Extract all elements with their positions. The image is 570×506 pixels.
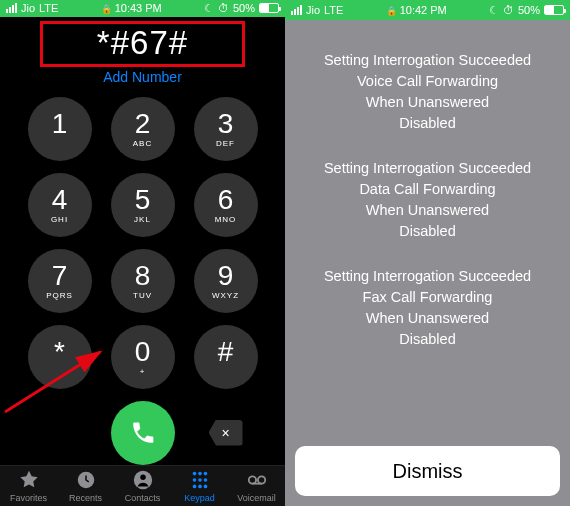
key-digit: 7 [52,262,68,290]
alert-line: Voice Call Forwarding [324,71,531,92]
tab-voicemail[interactable]: Voicemail [228,469,285,503]
key-4[interactable]: 4GHI [28,173,92,237]
key-digit: 9 [218,262,234,290]
alarm-icon: ⏱ [503,4,514,16]
key-star[interactable]: * [28,325,92,389]
svg-point-12 [203,484,207,488]
backspace-button[interactable]: × [206,413,246,453]
key-letters: DEF [216,139,235,148]
key-2[interactable]: 2ABC [111,97,175,161]
clock-label: 10:43 PM [115,2,162,14]
alert-line: Disabled [324,329,531,350]
key-letters: JKL [134,215,151,224]
tab-label: Recents [69,493,102,503]
svg-point-14 [257,476,264,483]
key-0[interactable]: 0+ [111,325,175,389]
tab-label: Favorites [10,493,47,503]
clock-label: 10:42 PM [400,4,447,16]
phone-icon [129,419,157,447]
alert-line: When Unanswered [324,92,531,113]
keypad: 1 2ABC 3DEF 4GHI 5JKL 6MNO 7PQRS 8TUV 9W… [0,85,285,389]
tab-label: Keypad [184,493,215,503]
alert-line: Setting Interrogation Succeeded [324,158,531,179]
svg-point-9 [203,478,207,482]
key-letters: TUV [133,291,152,300]
status-time: 🔒 10:42 PM [386,4,447,16]
phone-dialer-screen: Jio LTE 🔒 10:43 PM ☾ ⏱ 50% *#67# Add Num… [0,0,285,506]
tab-contacts[interactable]: Contacts [114,469,171,503]
voicemail-icon [246,469,268,491]
svg-point-7 [192,478,196,482]
signal-icon [291,5,302,15]
tab-label: Contacts [125,493,161,503]
svg-point-10 [192,484,196,488]
carrier-label: Jio [21,2,35,14]
key-3[interactable]: 3DEF [194,97,258,161]
lock-icon: 🔒 [386,6,397,16]
battery-pct: 50% [518,4,540,16]
network-label: LTE [39,2,58,14]
moon-icon: ☾ [204,2,214,15]
dialed-number: *#67# [43,24,242,62]
key-5[interactable]: 5JKL [111,173,175,237]
key-hash[interactable]: # [194,325,258,389]
battery-pct: 50% [233,2,255,14]
moon-icon: ☾ [489,4,499,17]
alert-line: Setting Interrogation Succeeded [324,266,531,287]
status-time: 🔒 10:43 PM [101,2,162,14]
status-bar: Jio LTE 🔒 10:43 PM ☾ ⏱ 50% [0,0,285,17]
tab-recents[interactable]: Recents [57,469,114,503]
alert-line: Setting Interrogation Succeeded [324,50,531,71]
key-7[interactable]: 7PQRS [28,249,92,313]
status-bar: Jio LTE 🔒 10:42 PM ☾ ⏱ 50% [285,0,570,20]
tab-label: Voicemail [237,493,276,503]
key-digit: 4 [52,186,68,214]
key-digit: 6 [218,186,234,214]
call-row: × [0,389,285,465]
clock-icon [75,469,97,491]
alarm-icon: ⏱ [218,2,229,14]
key-digit: # [218,338,234,366]
tab-favorites[interactable]: Favorites [0,469,57,503]
key-letters: + [140,367,146,376]
star-icon [18,469,40,491]
key-letters: MNO [215,215,237,224]
keypad-icon [189,469,211,491]
alert-line: Disabled [324,113,531,134]
alert-block: Setting Interrogation Succeeded Fax Call… [324,266,531,350]
backspace-x: × [221,425,229,441]
add-number-link[interactable]: Add Number [0,69,285,85]
key-9[interactable]: 9WXYZ [194,249,258,313]
carrier-label: Jio [306,4,320,16]
svg-point-3 [140,474,146,480]
key-letters: GHI [51,215,68,224]
tab-keypad[interactable]: Keypad [171,469,228,503]
svg-point-8 [198,478,202,482]
key-6[interactable]: 6MNO [194,173,258,237]
key-letters: PQRS [46,291,73,300]
network-label: LTE [324,4,343,16]
highlight-annotation: *#67# [40,21,245,67]
key-1[interactable]: 1 [28,97,92,161]
phone-alert-screen: Jio LTE 🔒 10:42 PM ☾ ⏱ 50% Setting Inter… [285,0,570,506]
key-letters: ABC [133,139,152,148]
key-digit: 8 [135,262,151,290]
key-digit: 5 [135,186,151,214]
key-digit: 3 [218,110,234,138]
lock-icon: 🔒 [101,4,112,14]
alert-line: Fax Call Forwarding [324,287,531,308]
key-8[interactable]: 8TUV [111,249,175,313]
dismiss-button[interactable]: Dismiss [295,446,560,496]
key-digit: 1 [52,110,68,138]
call-button[interactable] [111,401,175,465]
alert-body: Setting Interrogation Succeeded Voice Ca… [285,20,570,436]
alert-line: Data Call Forwarding [324,179,531,200]
key-letters: WXYZ [212,291,239,300]
svg-point-4 [192,472,196,476]
key-digit: 0 [135,338,151,366]
backspace-icon: × [209,420,243,446]
battery-icon [259,3,279,13]
alert-block: Setting Interrogation Succeeded Voice Ca… [324,50,531,134]
battery-icon [544,5,564,15]
svg-point-11 [198,484,202,488]
